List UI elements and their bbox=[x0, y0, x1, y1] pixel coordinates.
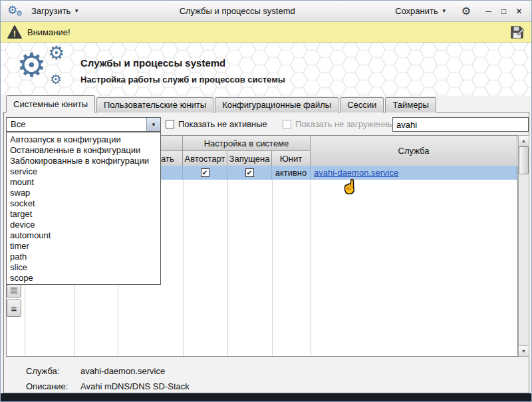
column-header-service: Служба bbox=[311, 136, 517, 166]
checkbox-icon bbox=[166, 120, 174, 128]
app-icon: ⚙ ⚙ bbox=[7, 3, 25, 19]
header-banner: ⚙ ⚙ ⚙ Службы и процессы systemd Настройк… bbox=[1, 43, 531, 96]
load-button[interactable]: Загрузить ▼ bbox=[29, 5, 82, 17]
tab-timers[interactable]: Таймеры bbox=[385, 97, 436, 112]
column-header-autostart: Автостарт bbox=[183, 151, 227, 166]
filter-dropdown-list: Автозапуск в конфигурации Остановленные … bbox=[6, 132, 161, 285]
warning-triangle-icon: ! bbox=[7, 25, 22, 39]
column-divider bbox=[272, 180, 273, 356]
scrollbar-thumb[interactable] bbox=[519, 146, 529, 174]
dropdown-option[interactable]: mount bbox=[7, 177, 160, 188]
page-title: Службы и процессы systemd bbox=[80, 57, 225, 69]
checkbox-checked-icon[interactable]: ✔ bbox=[201, 168, 209, 177]
scroll-down-button[interactable]: ▼ bbox=[519, 345, 529, 356]
grid-icon: ▦ bbox=[10, 285, 18, 295]
load-button-label: Загрузить bbox=[31, 6, 70, 16]
tab-config-files[interactable]: Конфигурационные файлы bbox=[215, 97, 338, 112]
dropdown-option[interactable]: target bbox=[7, 209, 160, 220]
list-icon: ≡ bbox=[11, 303, 17, 314]
detail-service-row: Служба: avahi-daemon.service bbox=[26, 366, 165, 376]
dropdown-option[interactable]: Заблокированные в конфигурации bbox=[7, 156, 160, 166]
scroll-up-button[interactable]: ▲ bbox=[519, 136, 529, 146]
save-button-label: Сохранить bbox=[395, 6, 438, 16]
row-cell-autostart: ✔ bbox=[183, 166, 227, 180]
dropdown-option[interactable]: service bbox=[7, 166, 160, 177]
column-divider bbox=[311, 180, 311, 356]
combobox-arrow-button[interactable]: ▼ bbox=[146, 118, 160, 131]
window-bottom-edge bbox=[1, 393, 531, 402]
save-file-icon[interactable] bbox=[509, 25, 525, 40]
dropdown-option[interactable]: Остановленные в конфигурации bbox=[7, 145, 160, 156]
settings-gear-icon[interactable]: ⚙ bbox=[462, 5, 471, 17]
gear-icon: ⚙ bbox=[17, 49, 47, 82]
row-cell-running: ✔ bbox=[227, 166, 272, 180]
show-inactive-label: Показать не активные bbox=[178, 119, 267, 129]
search-input[interactable] bbox=[392, 117, 529, 132]
row-cell-unit-state: активно bbox=[272, 166, 311, 180]
warning-label: Внимание! bbox=[27, 27, 70, 37]
dropdown-option[interactable]: swap bbox=[7, 188, 160, 198]
checkbox-icon bbox=[283, 120, 291, 128]
tab-bar: Системные юниты Пользовательские юниты К… bbox=[6, 95, 436, 112]
tab-user-units[interactable]: Пользовательские юниты bbox=[96, 97, 213, 112]
chevron-down-icon: ▼ bbox=[151, 122, 156, 128]
unit-filter-combobox[interactable]: Все ▼ bbox=[6, 117, 161, 132]
chevron-down-icon: ▼ bbox=[442, 8, 447, 14]
dropdown-option[interactable]: device bbox=[7, 220, 160, 230]
save-button[interactable]: Сохранить ▼ bbox=[392, 5, 450, 17]
gear-icon: ⚙ bbox=[48, 44, 65, 63]
maximize-button[interactable]: □ bbox=[498, 7, 509, 16]
show-unloaded-label: Показать не загруженные bbox=[295, 119, 398, 129]
vertical-scrollbar[interactable]: ▲ ▼ bbox=[518, 135, 529, 357]
arrow-up-icon: ▲ bbox=[521, 138, 526, 143]
titlebar: ⚙ ⚙ Загрузить ▼ Службы и процессы system… bbox=[1, 1, 531, 22]
page-subtitle: Настройка работы служб и процессов систе… bbox=[80, 75, 285, 85]
show-unloaded-checkbox[interactable]: Показать не загруженные bbox=[283, 119, 398, 129]
description-label: Описание: bbox=[26, 381, 80, 391]
column-header-running: Запущена bbox=[227, 151, 272, 166]
service-label: Служба: bbox=[26, 366, 80, 376]
group-header-system-config: Настройка в системе bbox=[183, 136, 311, 151]
dropdown-option[interactable]: slice bbox=[7, 262, 160, 273]
chevron-down-icon: ▼ bbox=[74, 8, 79, 14]
close-button[interactable]: ✕ bbox=[513, 7, 525, 16]
hand-cursor-icon: ☝ bbox=[342, 179, 358, 194]
tab-system-units[interactable]: Системные юниты bbox=[6, 95, 95, 112]
show-inactive-checkbox[interactable]: Показать не активные bbox=[166, 119, 267, 129]
dropdown-option[interactable]: socket bbox=[7, 198, 160, 209]
gear-icon: ⚙ bbox=[16, 9, 23, 17]
tab-sessions[interactable]: Сессии bbox=[340, 97, 384, 112]
detail-description-row: Описание: Avahi mDNS/DNS SD-Stack bbox=[26, 381, 190, 391]
column-header-unit: Юнит bbox=[272, 151, 311, 166]
description-value: Avahi mDNS/DNS SD-Stack bbox=[80, 381, 190, 391]
service-value: avahi-daemon.service bbox=[80, 366, 165, 376]
window-title: Службы и процессы systemd bbox=[86, 6, 388, 16]
gear-icon: ⚙ bbox=[50, 73, 62, 86]
app-window: ⚙ ⚙ Загрузить ▼ Службы и процессы system… bbox=[0, 0, 532, 402]
minimize-button[interactable]: ─ bbox=[483, 7, 494, 16]
dropdown-option[interactable]: timer bbox=[7, 241, 160, 252]
combobox-value: Все bbox=[7, 118, 146, 131]
checkbox-checked-icon[interactable]: ✔ bbox=[245, 168, 254, 177]
dropdown-option[interactable]: scope bbox=[7, 273, 160, 284]
row-cell-service: avahi-daemon.service bbox=[311, 166, 517, 180]
service-link[interactable]: avahi-daemon.service bbox=[314, 168, 398, 178]
dropdown-option[interactable]: automount bbox=[7, 230, 160, 241]
dropdown-option[interactable]: Автозапуск в конфигурации bbox=[7, 134, 160, 145]
column-divider bbox=[183, 180, 184, 356]
dropdown-option[interactable]: path bbox=[7, 252, 160, 262]
warning-bar: ! Внимание! bbox=[1, 22, 531, 43]
app-logo: ⚙ ⚙ ⚙ bbox=[17, 44, 83, 95]
list-view-button[interactable]: ≡ bbox=[7, 300, 21, 317]
column-divider bbox=[227, 180, 228, 356]
svg-text:!: ! bbox=[13, 29, 16, 39]
arrow-down-icon: ▼ bbox=[521, 349, 526, 353]
